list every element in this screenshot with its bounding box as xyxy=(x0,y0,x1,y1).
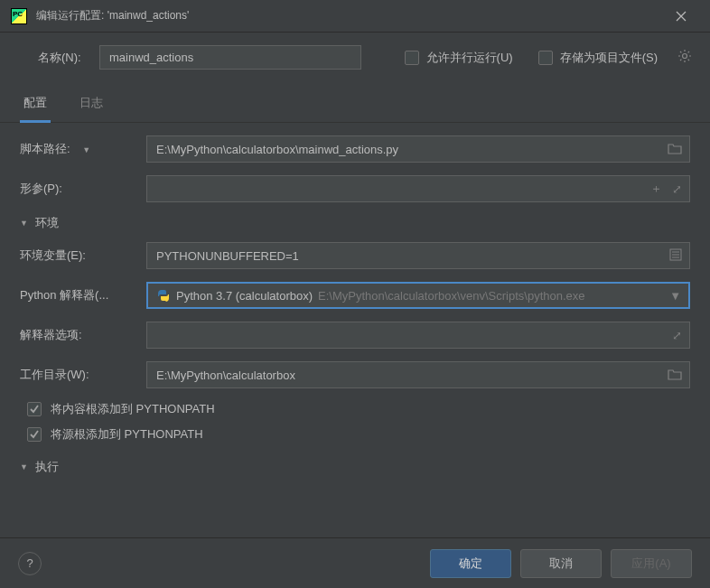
save-project-checkbox[interactable]: 存储为项目文件(S) xyxy=(538,50,658,66)
interpreter-name: Python 3.7 (calculatorbox) xyxy=(176,289,313,303)
name-input[interactable] xyxy=(99,45,361,70)
chevron-down-icon: ▼ xyxy=(20,219,28,228)
svg-point-0 xyxy=(683,54,687,59)
add-source-roots-checkbox[interactable]: 将源根添加到 PYTHONPATH xyxy=(27,426,690,443)
chevron-down-icon[interactable]: ▼ xyxy=(669,289,681,303)
checkbox-icon xyxy=(405,51,419,65)
interp-options-input[interactable]: ⤢ xyxy=(146,322,690,349)
close-button[interactable] xyxy=(663,0,699,33)
script-path-label: 脚本路径: ▼ xyxy=(20,141,146,157)
tab-config[interactable]: 配置 xyxy=(20,88,51,123)
add-source-roots-label: 将源根添加到 PYTHONPATH xyxy=(51,426,203,443)
checkbox-icon xyxy=(27,427,42,442)
name-row: 名称(N): 允许并行运行(U) 存储为项目文件(S) xyxy=(0,33,710,79)
window-title: 编辑运行配置: 'mainwd_actions' xyxy=(36,8,663,23)
exec-section-header[interactable]: ▼ 执行 xyxy=(20,459,690,475)
chevron-down-icon: ▼ xyxy=(20,462,28,471)
expand-icon[interactable]: ⤢ xyxy=(672,329,682,342)
interpreter-dropdown[interactable]: Python 3.7 (calculatorbox) E:\MyPython\c… xyxy=(146,282,690,309)
help-button[interactable]: ? xyxy=(18,552,42,575)
interp-options-label: 解释器选项: xyxy=(20,327,146,343)
python-icon xyxy=(156,288,171,303)
workdir-label: 工作目录(W): xyxy=(20,367,146,383)
checkbox-icon xyxy=(27,402,42,416)
add-content-roots-label: 将内容根添加到 PYTHONPATH xyxy=(51,401,215,417)
folder-icon[interactable] xyxy=(668,368,682,383)
parallel-run-label: 允许并行运行(U) xyxy=(426,50,513,66)
config-panel: 脚本路径: ▼ E:\MyPython\calculatorbox\mainwd… xyxy=(0,123,710,547)
save-project-label: 存储为项目文件(S) xyxy=(560,50,658,66)
interpreter-path: E:\MyPython\calculatorbox\venv\Scripts\p… xyxy=(318,289,585,303)
script-path-input[interactable]: E:\MyPython\calculatorbox\mainwd_actions… xyxy=(146,135,690,163)
params-input[interactable]: ＋ ⤢ xyxy=(146,175,690,202)
folder-icon[interactable] xyxy=(668,142,682,157)
close-icon xyxy=(676,11,687,22)
ok-button[interactable]: 确定 xyxy=(430,549,511,578)
apply-button[interactable]: 应用(A) xyxy=(611,549,692,578)
parallel-run-checkbox[interactable]: 允许并行运行(U) xyxy=(405,50,513,66)
list-icon[interactable] xyxy=(669,248,682,264)
plus-icon[interactable]: ＋ xyxy=(650,181,662,197)
workdir-input[interactable]: E:\MyPython\calculatorbox xyxy=(146,361,690,388)
interpreter-label: Python 解释器(... xyxy=(20,287,146,303)
pycharm-icon xyxy=(11,8,27,24)
add-content-roots-checkbox[interactable]: 将内容根添加到 PYTHONPATH xyxy=(27,401,690,417)
env-section-header[interactable]: ▼ 环境 xyxy=(20,215,690,231)
cancel-button[interactable]: 取消 xyxy=(520,549,602,578)
tabs: 配置 日志 xyxy=(0,79,710,123)
checkbox-icon xyxy=(538,51,553,65)
name-label: 名称(N): xyxy=(38,50,87,66)
dialog-footer: ? 确定 取消 应用(A) xyxy=(0,537,710,588)
env-vars-input[interactable]: PYTHONUNBUFFERED=1 xyxy=(146,242,690,269)
gear-icon[interactable] xyxy=(677,49,692,66)
titlebar: 编辑运行配置: 'mainwd_actions' xyxy=(0,0,710,33)
params-label: 形参(P): xyxy=(20,181,146,197)
expand-icon[interactable]: ⤢ xyxy=(672,182,682,196)
chevron-down-icon[interactable]: ▼ xyxy=(82,145,90,154)
tab-logs[interactable]: 日志 xyxy=(76,88,107,122)
env-vars-label: 环境变量(E): xyxy=(20,247,146,264)
